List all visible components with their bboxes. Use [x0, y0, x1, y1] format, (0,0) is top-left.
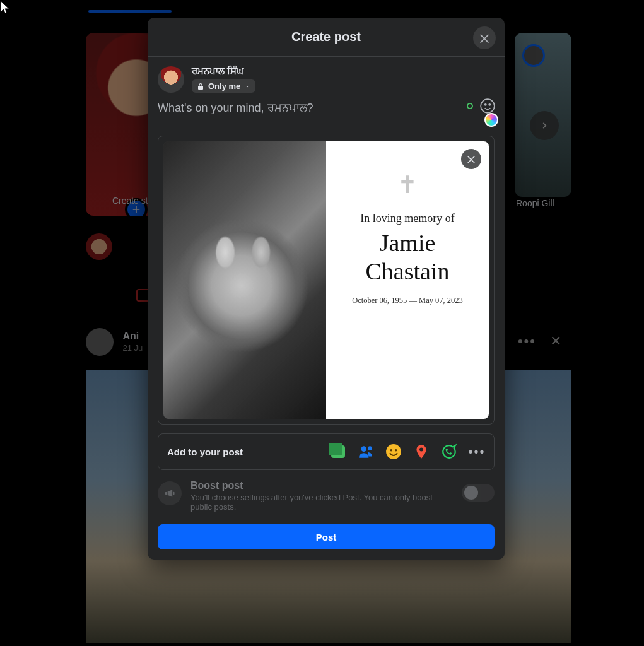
memorial-portrait	[163, 141, 326, 419]
attached-image-content: ✝ In loving memory of Jamie Chastain Oct…	[163, 141, 489, 419]
mouse-cursor-icon	[0, 0, 11, 16]
tag-people-button[interactable]	[358, 443, 374, 460]
cross-icon: ✝	[397, 173, 418, 197]
svg-point-2	[489, 104, 490, 105]
remove-media-button[interactable]	[461, 149, 481, 169]
memorial-name-first: Jamie	[380, 230, 436, 256]
feeling-activity-button[interactable]	[385, 443, 402, 460]
svg-point-7	[395, 449, 397, 451]
attached-image[interactable]: ✝ In loving memory of Jamie Chastain Oct…	[163, 141, 489, 419]
boost-description: You'll choose settings after you've clic…	[190, 493, 436, 512]
audience-selector[interactable]: Only me	[192, 79, 255, 93]
svg-point-5	[386, 444, 401, 459]
whatsapp-button[interactable]	[441, 443, 457, 460]
modal-title: Create post	[291, 30, 361, 44]
modal-header: Create post	[148, 18, 505, 57]
post-button-label: Post	[316, 532, 337, 543]
svg-point-1	[485, 104, 486, 105]
boost-title: Boost post	[190, 480, 453, 491]
add-photo-video-button[interactable]	[330, 443, 346, 460]
megaphone-icon	[158, 481, 182, 505]
check-in-button[interactable]	[413, 443, 430, 460]
modal-close-button[interactable]	[473, 26, 496, 49]
audience-label: Only me	[208, 81, 240, 91]
add-to-post-icons: •••	[330, 443, 485, 460]
composer-avatar[interactable]	[158, 66, 184, 93]
memorial-script-text: In loving memory of	[360, 212, 454, 225]
add-to-post-label: Add to your post	[167, 447, 243, 457]
svg-point-3	[361, 446, 366, 452]
caret-down-icon	[244, 83, 250, 90]
boost-toggle[interactable]	[462, 484, 495, 502]
memorial-name-last: Chastain	[366, 258, 450, 285]
boost-post-row: Boost post You'll choose settings after …	[158, 480, 495, 512]
create-post-modal: Create post ਰਮਨਪਾਲ ਸਿੰਘ Only me	[148, 18, 505, 560]
lock-icon	[197, 83, 204, 90]
post-button[interactable]: Post	[158, 524, 495, 549]
composer-user-name: ਰਮਨਪਾਲ ਸਿੰਘ	[192, 66, 255, 77]
status-indicator-icon	[467, 103, 473, 109]
post-text-area-wrap	[148, 97, 505, 136]
media-attachment-zone: ✝ In loving memory of Jamie Chastain Oct…	[158, 136, 495, 425]
memorial-dates: October 06, 1955 — May 07, 2023	[352, 296, 463, 305]
svg-point-4	[368, 446, 372, 450]
ai-suggestion-button[interactable]	[484, 113, 498, 127]
memorial-text-panel: ✝ In loving memory of Jamie Chastain Oct…	[326, 141, 489, 419]
add-to-post-row: Add to your post •••	[158, 433, 495, 470]
emoji-picker-button[interactable]	[479, 98, 496, 114]
more-options-button[interactable]: •••	[469, 443, 485, 460]
svg-point-0	[481, 99, 495, 113]
svg-point-6	[390, 449, 392, 451]
composer-identity-row: ਰਮਨਪਾਲ ਸਿੰਘ Only me	[148, 57, 505, 97]
post-text-input[interactable]	[158, 102, 495, 123]
